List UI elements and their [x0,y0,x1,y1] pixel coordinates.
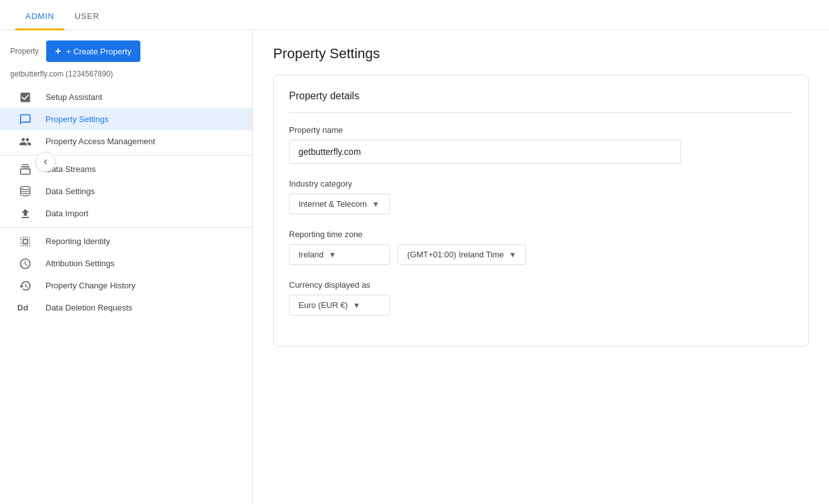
sidebar-nav: Setup Assistant Property Settings [0,86,252,329]
industry-category-value: Internet & Telecom [298,199,367,209]
data-settings-label: Data Settings [46,187,95,196]
property-settings-label: Property Settings [46,114,109,124]
setup-assistant-label: Setup Assistant [46,92,102,102]
arrow-left-icon [40,157,51,167]
timezone-value-text: (GMT+01:00) Ireland Time [407,250,504,259]
sidebar-item-setup-assistant[interactable]: Setup Assistant [0,86,252,108]
property-name-input[interactable] [289,140,681,164]
attribution-settings-icon [18,256,33,271]
property-change-history-icon [18,278,33,293]
currency-label: Currency displayed as [289,280,793,290]
divider-2 [0,227,252,228]
chevron-down-icon: ▼ [372,200,379,209]
timezone-group: Reporting time zone Ireland ▼ (GMT+01:00… [289,230,793,265]
reporting-identity-label: Reporting Identity [46,237,110,246]
industry-category-label: Industry category [289,179,793,188]
property-sub-name: getbutterfly.com (1234567890) [0,67,252,86]
timezone-value-dropdown[interactable]: (GMT+01:00) Ireland Time ▼ [398,244,526,265]
card-title: Property details [289,90,793,113]
chevron-down-icon-currency: ▼ [353,301,360,310]
property-label: Property [10,47,39,56]
plus-icon: + [55,46,61,57]
sidebar-item-property-access[interactable]: Property Access Management [0,130,252,152]
sidebar-item-data-import[interactable]: Data Import [0,202,252,224]
data-settings-icon [18,184,33,199]
timezone-country-dropdown[interactable]: Ireland ▼ [289,244,390,265]
timezone-label: Reporting time zone [289,230,793,239]
tab-user[interactable]: USER [64,4,109,30]
content-area: Property Settings Property details Prope… [253,30,829,504]
sidebar-item-property-settings[interactable]: Property Settings [0,108,252,130]
currency-value: Euro (EUR €) [298,300,348,310]
data-deletion-label: Data Deletion Requests [46,303,132,312]
data-import-icon [18,206,33,221]
data-import-label: Data Import [46,209,89,218]
industry-category-group: Industry category Internet & Telecom ▼ [289,179,793,214]
setup-assistant-icon [18,90,33,105]
property-name-label: Property name [289,125,793,135]
collapse-arrow[interactable] [35,152,56,172]
create-property-label: + Create Property [66,47,132,56]
property-access-icon [18,134,33,149]
reporting-identity-icon [18,234,33,249]
create-property-button[interactable]: + + Create Property [46,40,140,62]
sidebar-item-data-settings[interactable]: Data Settings [0,180,252,202]
currency-dropdown[interactable]: Euro (EUR €) ▼ [289,295,390,316]
currency-group: Currency displayed as Euro (EUR €) ▼ [289,280,793,316]
industry-category-dropdown[interactable]: Internet & Telecom ▼ [289,194,390,214]
sidebar-item-data-deletion[interactable]: Dd Data Deletion Requests [0,297,252,319]
property-details-card: Property details Property name Industry … [273,75,809,347]
sidebar-item-property-change-history[interactable]: Property Change History [0,274,252,297]
top-nav: ADMIN USER [0,0,829,30]
sidebar-item-reporting-identity[interactable]: Reporting Identity [0,230,252,252]
sidebar-header: Property + + Create Property [0,30,252,67]
property-settings-icon [18,112,33,127]
chevron-down-icon-country: ▼ [329,250,336,259]
attribution-settings-label: Attribution Settings [46,259,114,268]
svg-point-0 [21,186,30,189]
data-streams-icon [18,162,33,177]
page-title: Property Settings [273,46,809,62]
data-deletion-icon: Dd [15,300,30,316]
timezone-country-value: Ireland [298,250,324,259]
property-name-group: Property name [289,125,793,164]
main-layout: Property + + Create Property getbutterfl… [0,30,829,504]
timezone-row: Ireland ▼ (GMT+01:00) Ireland Time ▼ [289,244,793,265]
property-change-history-label: Property Change History [46,281,135,290]
property-access-label: Property Access Management [46,137,155,146]
tab-admin[interactable]: ADMIN [15,4,64,30]
sidebar-item-attribution-settings[interactable]: Attribution Settings [0,252,252,274]
sidebar: Property + + Create Property getbutterfl… [0,30,253,504]
chevron-down-icon-tz: ▼ [509,250,517,259]
